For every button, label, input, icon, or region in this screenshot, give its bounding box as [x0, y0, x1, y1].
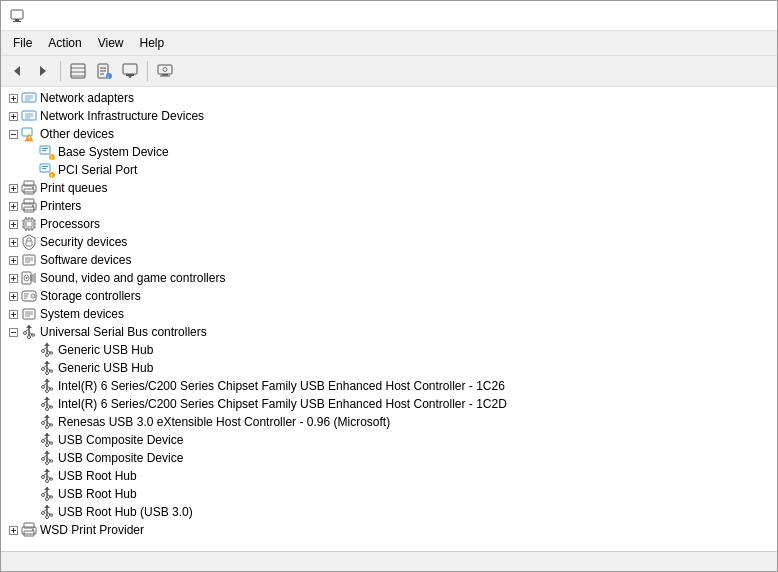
svg-rect-2	[13, 21, 21, 22]
svg-rect-86	[26, 241, 32, 246]
expander-software-devices[interactable]	[5, 252, 21, 268]
expander-sound-video[interactable]	[5, 270, 21, 286]
svg-text:i: i	[108, 74, 109, 79]
expander-other-devices[interactable]	[5, 126, 21, 142]
scan-button[interactable]	[118, 59, 142, 83]
label-generic-hub-2: Generic USB Hub	[58, 361, 153, 375]
forward-button[interactable]	[31, 59, 55, 83]
svg-point-134	[46, 354, 49, 357]
expander-security-devices[interactable]	[5, 234, 21, 250]
expander-usb-composite-1	[23, 432, 39, 448]
menu-view[interactable]: View	[90, 33, 132, 53]
svg-rect-22	[160, 76, 170, 77]
back-button[interactable]	[5, 59, 29, 83]
icon-generic-hub-2	[39, 360, 55, 376]
svg-point-108	[33, 296, 34, 297]
tree-item-pci-serial[interactable]: ! PCI Serial Port	[1, 161, 777, 179]
tree-item-intel-usb-1c2d[interactable]: Intel(R) 6 Series/C200 Series Chipset Fa…	[1, 395, 777, 413]
tree-item-sound-video[interactable]: Sound, video and game controllers	[1, 269, 777, 287]
tree-item-print-queues[interactable]: Print queues	[1, 179, 777, 197]
label-print-queues: Print queues	[40, 181, 107, 195]
svg-point-125	[24, 332, 27, 335]
close-button[interactable]	[723, 1, 769, 31]
svg-rect-70	[26, 221, 32, 227]
maximize-button[interactable]	[677, 1, 723, 31]
icon-usb-root-1	[39, 468, 55, 484]
tree-item-network-adapters[interactable]: Network adapters	[1, 89, 777, 107]
expander-usb-controllers[interactable]	[5, 324, 21, 340]
tree-item-security-devices[interactable]: Security devices	[1, 233, 777, 251]
tree-item-wsd-print[interactable]: WSD Print Provider	[1, 521, 777, 539]
toolbar: i	[1, 56, 777, 87]
minimize-button[interactable]	[631, 1, 677, 31]
tree-item-renesas-usb[interactable]: Renesas USB 3.0 eXtensible Host Controll…	[1, 413, 777, 431]
tree-item-usb-controllers[interactable]: Universal Serial Bus controllers	[1, 323, 777, 341]
tree-view-button[interactable]	[66, 59, 90, 83]
label-usb-root-2: USB Root Hub	[58, 487, 137, 501]
svg-rect-1	[15, 19, 19, 21]
svg-point-58	[32, 187, 34, 189]
svg-point-204	[32, 529, 34, 531]
device-manager-window: File Action View Help	[0, 0, 778, 572]
tree-item-usb-composite-1[interactable]: USB Composite Device	[1, 431, 777, 449]
svg-rect-19	[158, 65, 172, 74]
tree-item-printers[interactable]: Printers	[1, 197, 777, 215]
label-pci-serial: PCI Serial Port	[58, 163, 137, 177]
tree-item-other-devices[interactable]: ! Other devices	[1, 125, 777, 143]
tree-item-storage-ctrl[interactable]: Storage controllers	[1, 287, 777, 305]
expander-usb-root-3	[23, 504, 39, 520]
svg-point-160	[42, 422, 45, 425]
icon-processors	[21, 216, 37, 232]
svg-marker-178	[44, 469, 50, 472]
svg-rect-0	[11, 10, 23, 19]
tree-item-system-devices[interactable]: System devices	[1, 305, 777, 323]
svg-point-141	[46, 372, 49, 375]
icon-other-devices: !	[21, 126, 37, 142]
svg-marker-122	[26, 325, 32, 328]
label-software-devices: Software devices	[40, 253, 131, 267]
expander-storage-ctrl[interactable]	[5, 288, 21, 304]
expander-base-system	[23, 144, 39, 160]
label-sound-video: Sound, video and game controllers	[40, 271, 225, 285]
tree-item-usb-composite-2[interactable]: USB Composite Device	[1, 449, 777, 467]
svg-rect-48	[42, 166, 48, 167]
device-tree[interactable]: Network adapters Network Infrastructure …	[1, 87, 777, 551]
tree-item-processors[interactable]: Processors	[1, 215, 777, 233]
svg-point-174	[42, 458, 45, 461]
svg-point-188	[42, 494, 45, 497]
expander-network-adapters[interactable]	[5, 90, 21, 106]
computer-button[interactable]	[153, 59, 177, 83]
expander-system-devices[interactable]	[5, 306, 21, 322]
tree-item-generic-hub-2[interactable]: Generic USB Hub	[1, 359, 777, 377]
label-generic-hub-1: Generic USB Hub	[58, 343, 153, 357]
tree-item-software-devices[interactable]: Software devices	[1, 251, 777, 269]
menu-action[interactable]: Action	[40, 33, 89, 53]
svg-point-20	[163, 68, 167, 72]
properties-button[interactable]: i	[92, 59, 116, 83]
svg-point-190	[46, 498, 49, 501]
tree-item-usb-root-3[interactable]: USB Root Hub (USB 3.0)	[1, 503, 777, 521]
expander-printers[interactable]	[5, 198, 21, 214]
expander-wsd-print[interactable]	[5, 522, 21, 538]
menu-file[interactable]: File	[5, 33, 40, 53]
tree-item-usb-root-2[interactable]: USB Root Hub	[1, 485, 777, 503]
menu-help[interactable]: Help	[132, 33, 173, 53]
svg-marker-4	[40, 66, 46, 76]
tree-item-generic-hub-1[interactable]: Generic USB Hub	[1, 341, 777, 359]
tree-item-intel-usb-1c26[interactable]: Intel(R) 6 Series/C200 Series Chipset Fa…	[1, 377, 777, 395]
tree-item-network-infra[interactable]: Network Infrastructure Devices	[1, 107, 777, 125]
svg-marker-129	[44, 343, 50, 346]
tree-item-usb-root-1[interactable]: USB Root Hub	[1, 467, 777, 485]
expander-print-queues[interactable]	[5, 180, 21, 196]
expander-processors[interactable]	[5, 216, 21, 232]
expander-network-infra[interactable]	[5, 108, 21, 124]
expander-usb-composite-2	[23, 450, 39, 466]
icon-network-infra	[21, 108, 37, 124]
svg-marker-143	[44, 379, 50, 382]
tree-item-base-system[interactable]: ! Base System Device	[1, 143, 777, 161]
svg-marker-3	[14, 66, 20, 76]
status-bar	[1, 551, 777, 571]
label-printers: Printers	[40, 199, 81, 213]
svg-point-167	[42, 440, 45, 443]
label-network-infra: Network Infrastructure Devices	[40, 109, 204, 123]
